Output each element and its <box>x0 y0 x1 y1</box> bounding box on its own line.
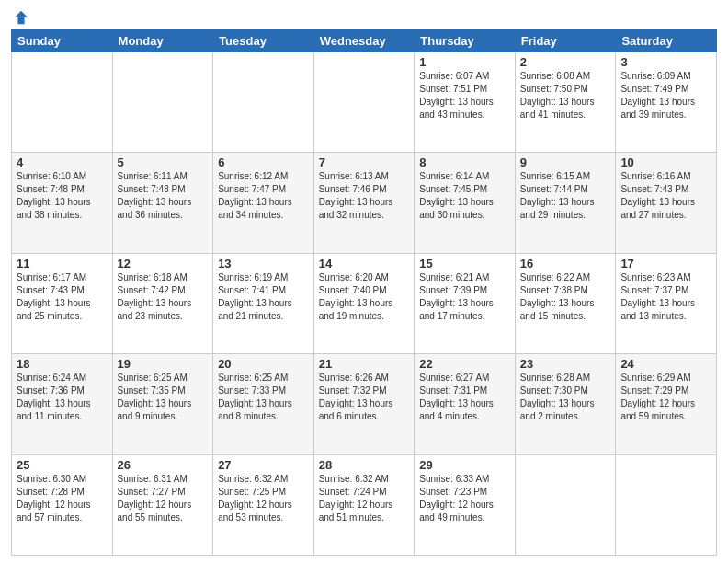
day-number: 16 <box>520 257 611 270</box>
day-number: 29 <box>419 458 510 472</box>
calendar-header-tuesday: Tuesday <box>213 30 314 52</box>
calendar-cell <box>616 454 717 555</box>
calendar-week-2: 4Sunrise: 6:10 AM Sunset: 7:48 PM Daylig… <box>12 153 717 253</box>
day-number: 8 <box>419 155 510 169</box>
day-number: 2 <box>520 55 611 69</box>
day-number: 10 <box>620 155 711 169</box>
calendar-header-row: SundayMondayTuesdayWednesdayThursdayFrid… <box>12 30 717 52</box>
calendar-cell: 27Sunrise: 6:32 AM Sunset: 7:25 PM Dayli… <box>213 454 314 555</box>
day-number: 25 <box>17 458 108 472</box>
calendar-cell: 10Sunrise: 6:16 AM Sunset: 7:43 PM Dayli… <box>616 153 717 253</box>
day-number: 7 <box>319 155 410 169</box>
day-number: 15 <box>419 257 510 270</box>
day-number: 12 <box>118 257 209 270</box>
day-info: Sunrise: 6:31 AM Sunset: 7:27 PM Dayligh… <box>118 473 209 524</box>
day-info: Sunrise: 6:17 AM Sunset: 7:43 PM Dayligh… <box>17 271 108 323</box>
day-info: Sunrise: 6:25 AM Sunset: 7:33 PM Dayligh… <box>218 372 309 423</box>
day-info: Sunrise: 6:29 AM Sunset: 7:29 PM Dayligh… <box>620 372 711 423</box>
day-info: Sunrise: 6:26 AM Sunset: 7:32 PM Dayligh… <box>319 372 410 423</box>
day-info: Sunrise: 6:15 AM Sunset: 7:44 PM Dayligh… <box>520 170 611 222</box>
day-info: Sunrise: 6:13 AM Sunset: 7:46 PM Dayligh… <box>319 170 410 222</box>
day-number: 28 <box>319 458 410 472</box>
calendar-cell: 19Sunrise: 6:25 AM Sunset: 7:35 PM Dayli… <box>112 354 213 454</box>
calendar-cell: 20Sunrise: 6:25 AM Sunset: 7:33 PM Dayli… <box>213 354 314 454</box>
day-number: 23 <box>520 357 611 371</box>
calendar-cell: 16Sunrise: 6:22 AM Sunset: 7:38 PM Dayli… <box>515 253 616 353</box>
calendar-cell: 28Sunrise: 6:32 AM Sunset: 7:24 PM Dayli… <box>313 454 415 555</box>
day-number: 4 <box>17 155 108 169</box>
day-number: 27 <box>218 458 309 472</box>
calendar-table: SundayMondayTuesdayWednesdayThursdayFrid… <box>11 29 717 556</box>
day-info: Sunrise: 6:25 AM Sunset: 7:35 PM Dayligh… <box>118 372 209 423</box>
day-number: 19 <box>118 357 209 371</box>
day-info: Sunrise: 6:33 AM Sunset: 7:23 PM Dayligh… <box>419 473 510 524</box>
day-info: Sunrise: 6:22 AM Sunset: 7:38 PM Dayligh… <box>520 271 611 323</box>
calendar-cell: 6Sunrise: 6:12 AM Sunset: 7:47 PM Daylig… <box>213 153 314 253</box>
day-number: 3 <box>620 55 711 69</box>
calendar-week-1: 1Sunrise: 6:07 AM Sunset: 7:51 PM Daylig… <box>12 52 717 153</box>
calendar-cell: 4Sunrise: 6:10 AM Sunset: 7:48 PM Daylig… <box>12 153 113 253</box>
calendar-cell: 25Sunrise: 6:30 AM Sunset: 7:28 PM Dayli… <box>12 454 113 555</box>
day-number: 18 <box>17 357 108 371</box>
logo-icon <box>13 9 29 26</box>
day-number: 6 <box>218 155 309 169</box>
calendar-week-3: 11Sunrise: 6:17 AM Sunset: 7:43 PM Dayli… <box>12 253 717 353</box>
calendar-header-saturday: Saturday <box>616 30 717 52</box>
day-number: 21 <box>319 357 410 371</box>
day-number: 26 <box>118 458 209 472</box>
day-number: 17 <box>620 257 711 270</box>
day-number: 1 <box>419 55 510 69</box>
day-info: Sunrise: 6:32 AM Sunset: 7:25 PM Dayligh… <box>218 473 309 524</box>
day-info: Sunrise: 6:30 AM Sunset: 7:28 PM Dayligh… <box>17 473 108 524</box>
calendar-cell: 17Sunrise: 6:23 AM Sunset: 7:37 PM Dayli… <box>616 253 717 353</box>
day-info: Sunrise: 6:18 AM Sunset: 7:42 PM Dayligh… <box>118 271 209 323</box>
day-number: 14 <box>319 257 410 270</box>
page: SundayMondayTuesdayWednesdayThursdayFrid… <box>0 0 728 563</box>
day-number: 5 <box>118 155 209 169</box>
calendar-cell: 5Sunrise: 6:11 AM Sunset: 7:48 PM Daylig… <box>112 153 213 253</box>
day-info: Sunrise: 6:10 AM Sunset: 7:48 PM Dayligh… <box>17 170 108 222</box>
day-info: Sunrise: 6:16 AM Sunset: 7:43 PM Dayligh… <box>620 170 711 222</box>
calendar-cell: 8Sunrise: 6:14 AM Sunset: 7:45 PM Daylig… <box>415 153 516 253</box>
day-number: 13 <box>218 257 309 270</box>
calendar-cell: 13Sunrise: 6:19 AM Sunset: 7:41 PM Dayli… <box>213 253 314 353</box>
calendar-header-wednesday: Wednesday <box>313 30 415 52</box>
day-info: Sunrise: 6:12 AM Sunset: 7:47 PM Dayligh… <box>218 170 309 222</box>
calendar-cell: 9Sunrise: 6:15 AM Sunset: 7:44 PM Daylig… <box>515 153 616 253</box>
day-info: Sunrise: 6:20 AM Sunset: 7:40 PM Dayligh… <box>319 271 410 323</box>
calendar-cell: 24Sunrise: 6:29 AM Sunset: 7:29 PM Dayli… <box>616 354 717 454</box>
day-info: Sunrise: 6:09 AM Sunset: 7:49 PM Dayligh… <box>620 70 711 121</box>
calendar-cell: 11Sunrise: 6:17 AM Sunset: 7:43 PM Dayli… <box>12 253 113 353</box>
day-info: Sunrise: 6:19 AM Sunset: 7:41 PM Dayligh… <box>218 271 309 323</box>
day-info: Sunrise: 6:32 AM Sunset: 7:24 PM Dayligh… <box>319 473 410 524</box>
calendar-week-4: 18Sunrise: 6:24 AM Sunset: 7:36 PM Dayli… <box>12 354 717 454</box>
calendar-cell <box>213 52 314 153</box>
calendar-header-thursday: Thursday <box>415 30 516 52</box>
day-info: Sunrise: 6:07 AM Sunset: 7:51 PM Dayligh… <box>419 70 510 121</box>
calendar-cell <box>12 52 113 153</box>
calendar-cell: 7Sunrise: 6:13 AM Sunset: 7:46 PM Daylig… <box>313 153 415 253</box>
day-info: Sunrise: 6:27 AM Sunset: 7:31 PM Dayligh… <box>419 372 510 423</box>
day-number: 22 <box>419 357 510 371</box>
day-info: Sunrise: 6:11 AM Sunset: 7:48 PM Dayligh… <box>118 170 209 222</box>
calendar-cell <box>515 454 616 555</box>
day-info: Sunrise: 6:21 AM Sunset: 7:39 PM Dayligh… <box>419 271 510 323</box>
calendar-cell: 23Sunrise: 6:28 AM Sunset: 7:30 PM Dayli… <box>515 354 616 454</box>
calendar-cell: 26Sunrise: 6:31 AM Sunset: 7:27 PM Dayli… <box>112 454 213 555</box>
day-number: 20 <box>218 357 309 371</box>
day-info: Sunrise: 6:28 AM Sunset: 7:30 PM Dayligh… <box>520 372 611 423</box>
calendar-cell: 21Sunrise: 6:26 AM Sunset: 7:32 PM Dayli… <box>313 354 415 454</box>
header <box>11 9 717 26</box>
day-number: 9 <box>520 155 611 169</box>
calendar-cell: 15Sunrise: 6:21 AM Sunset: 7:39 PM Dayli… <box>415 253 516 353</box>
day-number: 24 <box>620 357 711 371</box>
day-number: 11 <box>17 257 108 270</box>
calendar-week-5: 25Sunrise: 6:30 AM Sunset: 7:28 PM Dayli… <box>12 454 717 555</box>
day-info: Sunrise: 6:08 AM Sunset: 7:50 PM Dayligh… <box>520 70 611 121</box>
logo <box>11 9 29 26</box>
day-info: Sunrise: 6:14 AM Sunset: 7:45 PM Dayligh… <box>419 170 510 222</box>
calendar-cell <box>313 52 415 153</box>
calendar-cell: 22Sunrise: 6:27 AM Sunset: 7:31 PM Dayli… <box>415 354 516 454</box>
calendar-cell: 2Sunrise: 6:08 AM Sunset: 7:50 PM Daylig… <box>515 52 616 153</box>
calendar-header-sunday: Sunday <box>12 30 113 52</box>
